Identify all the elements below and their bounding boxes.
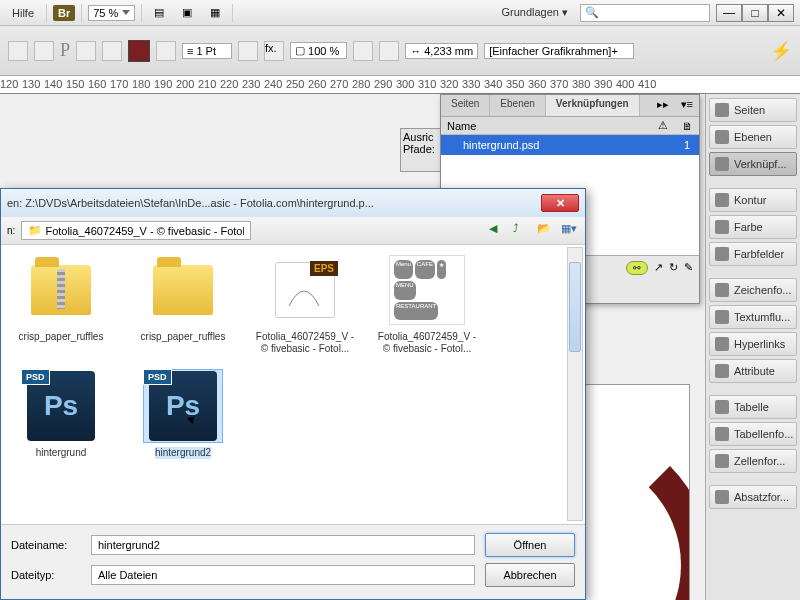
file-item[interactable]: PSDPshintergrund (9, 369, 113, 459)
panel-button-zellenfor[interactable]: Zellenfor... (709, 449, 797, 473)
edit-original-icon[interactable]: ✎ (684, 261, 693, 274)
screen-mode-icon[interactable]: ▣ (176, 3, 198, 23)
arrange-icon[interactable]: ▦ (204, 3, 226, 23)
file-item[interactable]: crisp_paper_ruffles (9, 253, 113, 355)
panel-button-farbe[interactable]: Farbe (709, 215, 797, 239)
zoom-field[interactable]: 75 % (88, 5, 135, 21)
workspace-switcher[interactable]: Grundlagen ▾ (495, 4, 574, 21)
dialog-titlebar[interactable]: en: Z:\DVDs\Arbeitsdateien\Stefan\InDe..… (1, 189, 585, 217)
links-col-name[interactable]: Name (441, 120, 651, 132)
nav-up-icon[interactable]: ⤴ (513, 222, 531, 240)
search-field[interactable]: 🔍 (580, 4, 710, 22)
filename-field[interactable]: hintergrund2 (91, 535, 475, 555)
dialog-close-button[interactable]: ✕ (541, 194, 579, 212)
file-open-dialog: en: Z:\DVDs\Arbeitsdateien\Stefan\InDe..… (0, 188, 586, 600)
filetype-field[interactable]: Alle Dateien (91, 565, 475, 585)
character-icon[interactable]: P (60, 40, 70, 61)
links-col-status[interactable]: ⚠ (651, 119, 675, 132)
file-item[interactable]: EPSFotolia_46072459_V - © fivebasic - Fo… (253, 253, 357, 355)
panel-button-tabelle[interactable]: Tabelle (709, 395, 797, 419)
window-minimize[interactable]: — (716, 4, 742, 22)
menu-help[interactable]: Hilfe (6, 5, 40, 21)
file-list[interactable]: crisp_paper_rufflescrisp_paper_rufflesEP… (1, 245, 585, 525)
panel-button-hyperlinks[interactable]: Hyperlinks (709, 332, 797, 356)
panel-dock: SeitenEbenenVerknüpf...KonturFarbeFarbfe… (705, 94, 800, 600)
window-maximize[interactable]: □ (742, 4, 768, 22)
fx-icon[interactable]: fx. (264, 41, 284, 61)
stroke-swatch[interactable] (156, 41, 176, 61)
panel-button-seiten[interactable]: Seiten (709, 98, 797, 122)
object-style-field[interactable]: [Einfacher Grafikrahmen]+ (484, 43, 634, 59)
file-item[interactable]: crisp_paper_ruffles (131, 253, 235, 355)
opacity-field[interactable]: ▢100 % (290, 42, 347, 59)
panel-button-attribute[interactable]: Attribute (709, 359, 797, 383)
control-bar: P ≡1 Pt fx. ▢100 % ↔4,233 mm [Einfacher … (0, 26, 800, 76)
lookin-label: n: (7, 225, 15, 236)
grid-icon[interactable] (102, 41, 122, 61)
filetype-label: Dateityp: (11, 569, 81, 581)
panel-button-tabellenfo[interactable]: Tabellenfo... (709, 422, 797, 446)
quick-apply-icon[interactable]: ⚡ (770, 40, 792, 62)
view-menu-icon[interactable]: ▦▾ (561, 222, 579, 240)
dialog-title-text: en: Z:\DVDs\Arbeitsdateien\Stefan\InDe..… (7, 197, 374, 209)
horizontal-ruler: 1201301401501601701801902002102202302402… (0, 76, 800, 94)
tab-verknuepfungen[interactable]: Verknüpfungen (546, 95, 640, 116)
wrap-icon[interactable] (353, 41, 373, 61)
goto-link-icon[interactable]: ↗ (654, 261, 663, 274)
top-menubar: Hilfe Br 75 % ▤ ▣ ▦ Grundlagen ▾ 🔍 — □ ✕ (0, 0, 800, 26)
bridge-button[interactable]: Br (53, 5, 75, 21)
lookin-combo[interactable]: 📁 Fotolia_46072459_V - © fivebasic - Fot… (21, 221, 251, 240)
panel-button-farbfelder[interactable]: Farbfelder (709, 242, 797, 266)
panel-collapse-icon[interactable]: ▸▸ (651, 95, 675, 116)
stroke-weight-field[interactable]: ≡1 Pt (182, 43, 232, 59)
panel-menu-icon[interactable]: ▾≡ (675, 95, 699, 116)
new-folder-icon[interactable]: 📂 (537, 222, 555, 240)
file-scrollbar[interactable] (567, 247, 583, 521)
selection-icon[interactable] (8, 41, 28, 61)
anchor-icon[interactable] (76, 41, 96, 61)
update-link-icon[interactable]: ↻ (669, 261, 678, 274)
tab-seiten[interactable]: Seiten (441, 95, 490, 116)
links-col-page[interactable]: 🗎 (675, 120, 699, 132)
dialog-toolbar: n: 📁 Fotolia_46072459_V - © fivebasic - … (1, 217, 585, 245)
window-close[interactable]: ✕ (768, 4, 794, 22)
tab-ebenen[interactable]: Ebenen (490, 95, 545, 116)
file-item[interactable]: MenuCAFE★MENURESTAURANTFotolia_46072459_… (375, 253, 479, 355)
cancel-button[interactable]: Abbrechen (485, 563, 575, 587)
links-row[interactable]: hintergrund.psd 1 (441, 135, 699, 155)
fill-swatch[interactable] (128, 40, 150, 62)
panel-button-zeichenfo[interactable]: Zeichenfo... (709, 278, 797, 302)
shape-icon[interactable] (34, 41, 54, 61)
file-item[interactable]: PSDPshintergrund2 (131, 369, 235, 459)
filename-label: Dateiname: (11, 539, 81, 551)
open-button[interactable]: Öffnen (485, 533, 575, 557)
stroke-style[interactable] (238, 41, 258, 61)
view-options-icon[interactable]: ▤ (148, 3, 170, 23)
panel-button-verknüpf[interactable]: Verknüpf... (709, 152, 797, 176)
panel-button-kontur[interactable]: Kontur (709, 188, 797, 212)
panel-button-absatzfor[interactable]: Absatzfor... (709, 485, 797, 509)
dimension-field[interactable]: ↔4,233 mm (405, 43, 478, 59)
nav-back-icon[interactable]: ◀ (489, 222, 507, 240)
panel-button-ebenen[interactable]: Ebenen (709, 125, 797, 149)
corner-icon[interactable] (379, 41, 399, 61)
relink-icon[interactable]: ⚯ (626, 261, 648, 275)
panel-button-textumflu[interactable]: Textumflu... (709, 305, 797, 329)
